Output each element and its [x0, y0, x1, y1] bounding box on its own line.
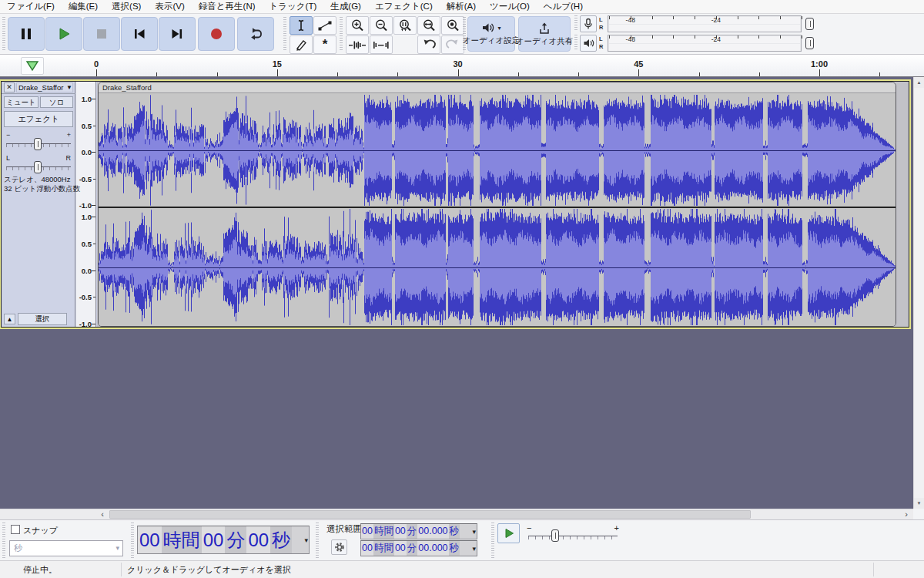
menu-select[interactable]: 選択(S) [105, 0, 148, 13]
selection-tool-button[interactable] [290, 16, 313, 35]
meter-channel-label: L [599, 36, 607, 42]
menu-effect[interactable]: エフェクト(C) [368, 0, 440, 13]
meter-channel-label: R [599, 25, 607, 31]
play-button[interactable] [45, 17, 82, 51]
audio-position-time[interactable]: 00時間00分00秒 ▾ [137, 526, 310, 554]
track-name-menu[interactable]: Drake_Staffor▼ [16, 82, 73, 92]
stop-button[interactable] [83, 17, 120, 51]
selection-start-time[interactable]: 00時間00分00.000秒 ▾ [360, 523, 477, 539]
amplitude-scale-tick [92, 205, 95, 206]
vertical-scale-ruler[interactable]: 1.00.50.0-0.5-1.01.00.50.0-0.5-1.0 [76, 82, 96, 327]
redo-button[interactable] [441, 35, 464, 54]
recording-volume-slider[interactable] [805, 18, 814, 30]
selection-settings-button[interactable] [331, 539, 347, 555]
scroll-up-button[interactable]: ▲ [914, 77, 924, 88]
ruler-minor-tick [156, 72, 157, 76]
clip-title-bar[interactable]: Drake_Stafford [99, 82, 896, 93]
playback-meter[interactable]: L R -48-24 [580, 35, 819, 52]
amplitude-scale-label: -1.0 [79, 320, 92, 328]
skip-to-end-button[interactable] [159, 17, 196, 51]
speed-slider-thumb[interactable] [551, 529, 559, 542]
meter-scale-tick [738, 35, 738, 39]
time-format-dropdown[interactable]: ▾ [472, 542, 476, 556]
waveform-channel-left[interactable] [99, 94, 896, 207]
selection-end-time[interactable]: 00時間00分00.000秒 ▾ [360, 540, 477, 556]
track-collapse-button[interactable]: ▲ [4, 314, 15, 324]
horizontal-scrollbar[interactable]: ‹ › [0, 509, 913, 519]
recording-meter-grip[interactable] [574, 15, 578, 31]
recording-meter-mic-button[interactable] [580, 15, 597, 32]
menu-analyze[interactable]: 解析(A) [440, 0, 483, 13]
audio-setup-button[interactable]: ▾ オーディオ設定 [467, 16, 515, 52]
transport-toolbar-grip[interactable] [2, 17, 5, 51]
zoom-out-button[interactable] [370, 16, 393, 35]
snapping-toolbar-grip[interactable] [2, 523, 5, 558]
playback-meter-grip[interactable] [574, 35, 578, 50]
waveform-zone[interactable]: Drake_Stafford [97, 82, 909, 327]
track-close-button[interactable]: ✕ [4, 82, 15, 92]
trim-audio-icon [348, 39, 367, 51]
track-menu-caret-icon: ▼ [66, 83, 72, 92]
pan-slider[interactable] [34, 161, 42, 173]
time-format-dropdown[interactable]: ▾ [304, 527, 308, 554]
time-toolbar-grip[interactable] [131, 523, 134, 558]
mute-button[interactable]: ミュート [4, 96, 38, 108]
menu-transport[interactable]: 録音と再生(N) [192, 0, 263, 13]
play-at-speed-button[interactable] [497, 523, 520, 543]
vertical-scrollbar[interactable]: ▲ ▼ [913, 77, 924, 509]
pause-button[interactable] [8, 17, 45, 51]
playback-volume-slider[interactable] [805, 37, 814, 49]
play-at-speed-grip[interactable] [491, 523, 494, 558]
recording-meter[interactable]: L R -48-24 [580, 15, 819, 33]
envelope-tool-button[interactable] [313, 16, 336, 35]
time-format-dropdown[interactable]: ▾ [472, 525, 476, 539]
track-select-button[interactable]: 選択 [18, 313, 67, 325]
gain-slider[interactable] [34, 138, 42, 150]
trim-audio-button[interactable] [346, 35, 369, 54]
draw-tool-button[interactable] [290, 35, 313, 54]
scroll-left-button[interactable]: ‹ [97, 509, 108, 519]
audio-clip[interactable]: Drake_Stafford [98, 82, 896, 327]
microphone-icon [583, 18, 594, 30]
audio-share-button[interactable]: オーディオ共有 [518, 16, 571, 52]
horizontal-scroll-thumb[interactable] [109, 510, 751, 519]
selection-toolbar-grip[interactable] [316, 523, 319, 558]
zoom-in-button[interactable] [346, 16, 369, 35]
track-canvas-area[interactable]: ✕ Drake_Staffor▼ ミュート ソロ エフェクト −+ LR ステ [0, 77, 924, 509]
tools-toolbar-grip[interactable] [283, 17, 286, 51]
zoom-fit-project-button[interactable] [417, 16, 440, 35]
zoom-to-selection-button[interactable] [393, 16, 417, 35]
meter-scale-tick [609, 16, 610, 19]
scroll-down-button[interactable]: ▼ [914, 498, 924, 509]
menu-view[interactable]: 表示(V) [148, 0, 191, 13]
amplitude-scale-tick [92, 271, 95, 271]
snap-checkbox[interactable] [11, 525, 20, 534]
meter-scale-tick [802, 35, 802, 39]
zoom-toggle-button[interactable] [441, 16, 464, 35]
silence-audio-button[interactable] [370, 35, 393, 54]
gear-icon [334, 542, 345, 553]
menu-file[interactable]: ファイル(F) [0, 0, 62, 13]
waveform-channel-right[interactable] [99, 208, 896, 326]
solo-button[interactable]: ソロ [40, 96, 73, 108]
timeline-ruler[interactable]: 01530451:00 [0, 55, 924, 77]
menu-tracks[interactable]: トラック(T) [263, 0, 324, 13]
loop-button[interactable] [237, 17, 274, 51]
scroll-right-button[interactable]: › [901, 509, 912, 519]
menu-generate[interactable]: 生成(G) [323, 0, 368, 13]
recording-meter-bar[interactable]: -48-24 [608, 15, 802, 32]
record-button[interactable] [198, 17, 235, 51]
effects-button[interactable]: エフェクト [4, 111, 73, 127]
menu-tools[interactable]: ツール(O) [483, 0, 537, 13]
undo-button[interactable] [417, 35, 440, 54]
snap-unit-select[interactable]: 秒▾ [9, 540, 123, 556]
multi-tool-button[interactable]: * [313, 35, 336, 54]
playback-meter-bar[interactable]: -48-24 [608, 35, 802, 52]
amplitude-scale-tick [92, 152, 95, 153]
playback-meter-speaker-button[interactable] [580, 35, 597, 52]
skip-to-start-button[interactable] [121, 17, 158, 51]
menu-edit[interactable]: 編集(E) [62, 0, 105, 13]
edit-toolbar-grip[interactable] [340, 17, 343, 51]
menu-help[interactable]: ヘルプ(H) [537, 0, 590, 13]
playback-speed-slider[interactable]: − + [527, 523, 619, 545]
